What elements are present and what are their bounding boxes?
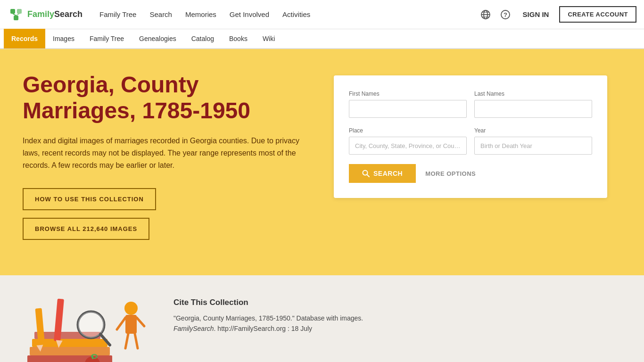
search-actions: SEARCH MORE OPTIONS xyxy=(349,164,592,183)
place-label: Place xyxy=(349,127,467,134)
search-form: First Names Last Names Place Year xyxy=(334,75,607,198)
svg-text:?: ? xyxy=(504,11,507,18)
place-input[interactable] xyxy=(349,137,467,155)
nav-search[interactable]: Search xyxy=(144,8,178,21)
first-names-input[interactable] xyxy=(349,100,467,118)
first-names-group: First Names xyxy=(349,90,467,118)
nav-get-involved[interactable]: Get Involved xyxy=(224,8,275,21)
svg-line-28 xyxy=(137,318,144,326)
help-icon-button[interactable]: ? xyxy=(498,8,512,22)
first-names-label: First Names xyxy=(349,90,467,97)
globe-icon xyxy=(480,9,491,20)
svg-rect-1 xyxy=(17,9,22,14)
svg-rect-0 xyxy=(10,9,15,14)
sub-nav-books[interactable]: Books xyxy=(222,29,255,49)
svg-point-25 xyxy=(124,302,138,315)
cite-area: Cite This Collection "Georgia, County Ma… xyxy=(173,294,621,334)
create-account-button[interactable]: CREATE ACCOUNT xyxy=(559,6,636,23)
last-names-input[interactable] xyxy=(474,100,592,118)
year-label: Year xyxy=(474,127,592,134)
top-nav-right: ? SIGN IN CREATE ACCOUNT xyxy=(479,6,636,23)
name-row: First Names Last Names xyxy=(349,90,592,118)
globe-icon-button[interactable] xyxy=(479,8,493,22)
hero-description: Index and digital images of marriages re… xyxy=(23,135,315,171)
nav-memories[interactable]: Memories xyxy=(180,8,222,21)
sub-nav-catalog[interactable]: Catalog xyxy=(184,29,222,49)
sub-nav: Records Images Family Tree Genealogies C… xyxy=(0,29,644,49)
place-group: Place xyxy=(349,127,467,155)
svg-line-30 xyxy=(135,334,138,348)
search-button[interactable]: SEARCH xyxy=(349,164,416,183)
logo-text: FamilySearch xyxy=(27,9,83,19)
cite-text: "Georgia, County Marriages, 1785-1950." … xyxy=(173,313,621,334)
svg-line-27 xyxy=(117,318,125,329)
svg-rect-26 xyxy=(125,315,137,334)
bottom-section: Cite This Collection "Georgia, County Ma… xyxy=(0,275,644,362)
top-nav-links: Family Tree Search Memories Get Involved… xyxy=(94,8,478,21)
cite-heading: Cite This Collection xyxy=(173,298,621,307)
svg-line-3 xyxy=(13,14,16,16)
nav-family-tree[interactable]: Family Tree xyxy=(94,8,142,21)
place-year-row: Place Year xyxy=(349,127,592,155)
sub-nav-genealogies[interactable]: Genealogies xyxy=(132,29,184,49)
illustration-svg xyxy=(23,294,155,362)
svg-line-13 xyxy=(367,175,370,177)
last-names-group: Last Names xyxy=(474,90,592,118)
sub-nav-records[interactable]: Records xyxy=(4,29,45,49)
top-nav: FamilySearch Family Tree Search Memories… xyxy=(0,0,644,29)
hero-left: Georgia, County Marriages, 1785-1950 Ind… xyxy=(23,72,315,240)
sub-nav-images[interactable]: Images xyxy=(45,29,82,49)
sub-nav-family-tree[interactable]: Family Tree xyxy=(82,29,132,49)
help-icon: ? xyxy=(500,9,511,20)
hero-section: Georgia, County Marriages, 1785-1950 Ind… xyxy=(0,49,644,275)
svg-line-29 xyxy=(125,334,128,348)
logo-link[interactable]: FamilySearch xyxy=(8,6,83,23)
familysearch-logo-icon xyxy=(8,6,25,23)
how-to-use-button[interactable]: HOW TO USE THIS COLLECTION xyxy=(23,188,156,210)
svg-rect-15 xyxy=(30,347,110,355)
nav-activities[interactable]: Activities xyxy=(277,8,316,21)
search-icon xyxy=(362,170,370,177)
year-input[interactable] xyxy=(474,137,592,155)
browse-images-button[interactable]: BROWSE ALL 212,640 IMAGES xyxy=(23,218,149,240)
sub-nav-wiki[interactable]: Wiki xyxy=(255,29,282,49)
illustration-area xyxy=(23,294,155,362)
sign-in-button[interactable]: SIGN IN xyxy=(518,8,554,21)
hero-buttons: HOW TO USE THIS COLLECTION BROWSE ALL 21… xyxy=(23,188,315,240)
page-title: Georgia, County Marriages, 1785-1950 xyxy=(23,72,315,123)
svg-line-4 xyxy=(16,14,19,16)
svg-rect-2 xyxy=(14,16,18,20)
year-group: Year xyxy=(474,127,592,155)
more-options-button[interactable]: MORE OPTIONS xyxy=(425,170,476,177)
svg-rect-14 xyxy=(27,355,112,362)
last-names-label: Last Names xyxy=(474,90,592,97)
